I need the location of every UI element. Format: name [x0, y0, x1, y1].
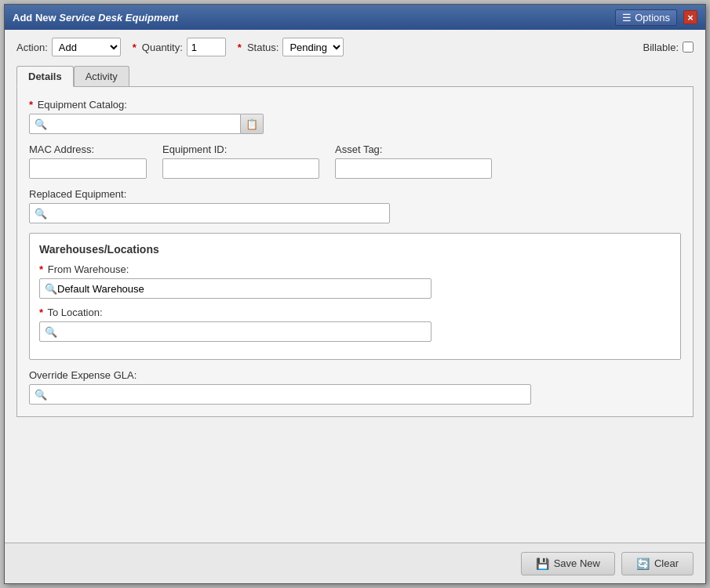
- titlebar: Add New Service Desk Equipment ☰ Options…: [5, 5, 705, 30]
- override-expense-search-wrapper: 🔍: [29, 384, 681, 405]
- catalog-icon: 📋: [246, 118, 258, 130]
- to-location-search-icon: 🔍: [45, 326, 57, 338]
- warehouses-title: Warehouses/Locations: [39, 243, 671, 256]
- dialog-footer: 💾 Save New 🔄 Clear: [5, 543, 705, 583]
- save-new-button[interactable]: 💾 Save New: [521, 552, 615, 575]
- equipment-catalog-wrapper: 🔍 📋: [29, 114, 681, 134]
- billable-label: Billable:: [643, 42, 679, 53]
- action-field-group: Action: Add Remove Exchange: [16, 38, 121, 56]
- equipment-catalog-row: * Equipment Catalog: 🔍 📋: [29, 99, 681, 134]
- options-button[interactable]: ☰ Options: [615, 9, 677, 26]
- override-expense-label: Override Expense GLA:: [29, 369, 681, 381]
- replaced-equipment-input[interactable]: [29, 203, 390, 223]
- billable-group: Billable:: [643, 42, 694, 53]
- mac-address-label: MAC Address:: [29, 143, 147, 155]
- status-required-star: *: [238, 42, 242, 53]
- replaced-equipment-row: Replaced Equipment: 🔍: [29, 188, 681, 223]
- status-field-group: * Status: Pending Active Closed: [238, 38, 344, 56]
- status-label: Status:: [247, 42, 279, 53]
- quantity-label: Quantity:: [142, 42, 183, 53]
- equipment-catalog-label: * Equipment Catalog:: [29, 99, 681, 111]
- equipment-catalog-input[interactable]: [29, 114, 241, 134]
- from-warehouse-search-wrapper: 🔍: [39, 278, 671, 299]
- tabs-container: Details Activity * Equipment Catalog:: [16, 63, 694, 417]
- tab-details[interactable]: Details: [16, 66, 74, 87]
- tab-content-details: * Equipment Catalog: 🔍 📋: [16, 87, 694, 417]
- to-location-label: * To Location:: [39, 307, 671, 318]
- action-label: Action:: [16, 42, 48, 53]
- billable-checkbox[interactable]: [683, 42, 694, 53]
- replaced-equipment-label: Replaced Equipment:: [29, 188, 681, 200]
- asset-tag-input[interactable]: [335, 158, 492, 179]
- from-warehouse-label: * From Warehouse:: [39, 263, 671, 275]
- override-expense-row: Override Expense GLA: 🔍: [29, 369, 681, 405]
- replaced-equipment-search-icon: 🔍: [35, 208, 47, 220]
- tab-activity[interactable]: Activity: [74, 66, 129, 86]
- asset-tag-label: Asset Tag:: [335, 143, 492, 155]
- from-warehouse-search-icon: 🔍: [45, 283, 57, 295]
- asset-tag-field: Asset Tag:: [335, 143, 492, 179]
- tabs-bar: Details Activity: [16, 66, 694, 87]
- to-location-input[interactable]: [39, 321, 431, 342]
- warehouses-section: Warehouses/Locations * From Warehouse: 🔍: [29, 233, 681, 360]
- equipment-id-label: Equipment ID:: [162, 143, 319, 155]
- action-select[interactable]: Add Remove Exchange: [52, 38, 121, 56]
- equipment-id-input[interactable]: [162, 158, 319, 179]
- equipment-id-field: Equipment ID:: [162, 143, 319, 179]
- override-expense-search-icon: 🔍: [35, 389, 47, 401]
- inline-fields-row1: MAC Address: Equipment ID: Asset Tag:: [29, 143, 681, 179]
- to-location-field: * To Location: 🔍: [39, 307, 671, 342]
- catalog-browse-button[interactable]: 📋: [241, 114, 264, 134]
- equipment-catalog-search-icon: 🔍: [35, 118, 47, 130]
- replaced-equipment-search-wrapper: 🔍: [29, 203, 681, 223]
- top-controls: Action: Add Remove Exchange * Quantity: …: [16, 38, 694, 56]
- override-expense-input[interactable]: [29, 384, 531, 405]
- save-new-icon: 💾: [536, 557, 549, 570]
- titlebar-controls: ☰ Options ×: [615, 9, 697, 26]
- to-location-search-wrapper: 🔍: [39, 321, 671, 342]
- main-dialog: Add New Service Desk Equipment ☰ Options…: [4, 4, 706, 584]
- mac-address-input[interactable]: [29, 158, 147, 179]
- clear-icon: 🔄: [636, 557, 650, 570]
- close-button[interactable]: ×: [683, 10, 697, 24]
- from-warehouse-input[interactable]: [39, 278, 431, 299]
- clear-button[interactable]: 🔄 Clear: [621, 552, 694, 575]
- dialog-title: Add New Service Desk Equipment: [13, 12, 178, 24]
- dialog-body: Action: Add Remove Exchange * Quantity: …: [5, 30, 705, 543]
- equipment-catalog-search-wrapper: 🔍: [29, 114, 241, 134]
- options-menu-icon: ☰: [622, 12, 632, 24]
- status-select[interactable]: Pending Active Closed: [282, 38, 344, 56]
- quantity-input[interactable]: [187, 38, 226, 56]
- mac-address-field: MAC Address:: [29, 143, 147, 179]
- from-warehouse-field: * From Warehouse: 🔍: [39, 263, 671, 299]
- quantity-required-star: *: [133, 42, 137, 53]
- quantity-field-group: * Quantity:: [133, 38, 226, 56]
